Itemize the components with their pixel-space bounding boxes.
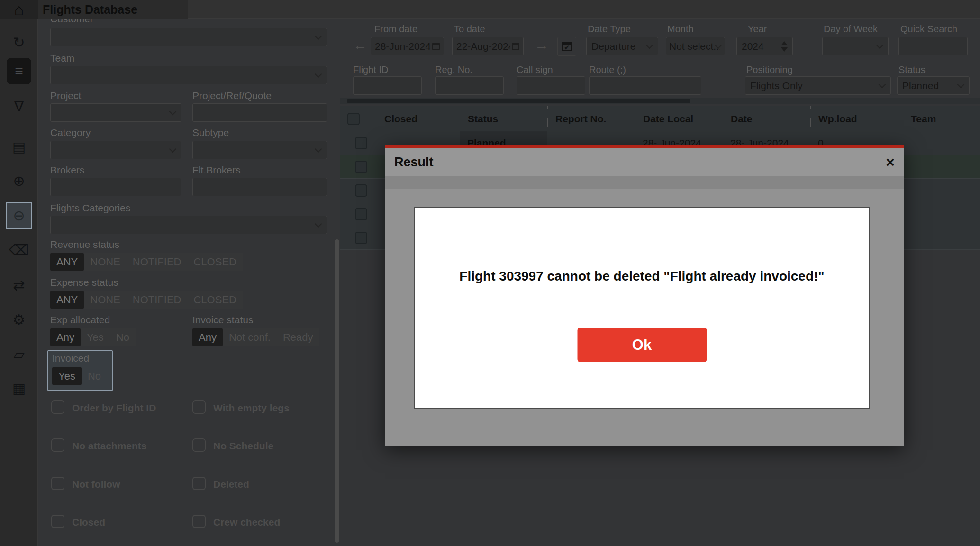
header-report-no[interactable]: Report No.	[547, 106, 635, 131]
sidebar-item-report[interactable]: ▤	[0, 134, 38, 160]
dialog-header: Result ×	[385, 148, 904, 176]
exp-allocated-any-button[interactable]: Any	[50, 328, 81, 346]
deleted-checkbox[interactable]	[192, 477, 206, 490]
with-empty-legs-checkbox[interactable]	[192, 400, 206, 414]
quick-search-input[interactable]	[898, 37, 968, 55]
invoice-notconf-button[interactable]: Not conf.	[223, 328, 277, 346]
header-wp-load[interactable]: Wp.load	[810, 106, 903, 131]
sidebar-item-refresh[interactable]: ↻	[0, 29, 38, 56]
day-of-week-select[interactable]	[822, 37, 889, 55]
chevron-down-icon	[169, 145, 177, 153]
sidebar-item-swap[interactable]: ⇄	[0, 272, 38, 299]
brokers-label: Brokers	[50, 164, 84, 176]
invoiced-yes-button[interactable]: Yes	[52, 367, 82, 385]
subtype-select[interactable]	[192, 141, 327, 159]
panel-scrollbar[interactable]	[335, 239, 339, 543]
sidebar-item-calendar[interactable]: ▦	[0, 375, 38, 402]
header-closed[interactable]: Closed	[377, 106, 460, 131]
tab-flights-database[interactable]: Flights Database	[38, 0, 188, 19]
no-attachments-checkbox[interactable]	[51, 438, 64, 452]
revenue-none-button[interactable]: NONE	[84, 253, 127, 271]
revenue-any-button[interactable]: ANY	[50, 253, 84, 271]
apply-dates-button[interactable]: ✔	[557, 37, 576, 56]
report-icon: ▤	[12, 140, 26, 154]
next-range-button[interactable]: →	[535, 38, 549, 52]
customer-select[interactable]	[50, 28, 327, 46]
gear-icon: ⚙	[13, 313, 26, 327]
expense-none-button[interactable]: NONE	[84, 291, 127, 309]
reg-no-input[interactable]	[435, 76, 504, 95]
month-label: Month	[667, 24, 694, 35]
route-input[interactable]	[589, 76, 701, 95]
order-by-flight-id-label: Order by Flight ID	[72, 402, 156, 414]
header-date-local[interactable]: Date Local	[635, 106, 723, 131]
close-icon[interactable]: ×	[886, 155, 895, 170]
call-sign-input[interactable]	[517, 76, 585, 95]
chevron-down-icon	[315, 145, 322, 153]
home-button[interactable]: ⌂	[0, 0, 38, 19]
prev-range-button[interactable]: ←	[353, 38, 367, 52]
year-input[interactable]: 2024	[736, 37, 793, 55]
revenue-notified-button[interactable]: NOTIFIED	[127, 253, 188, 271]
date-type-label: Date Type	[588, 24, 631, 35]
year-spinner[interactable]	[781, 41, 788, 52]
row-checkbox[interactable]	[355, 184, 367, 197]
sidebar-item-eraser[interactable]: ⌫	[0, 237, 38, 264]
revenue-status-segment: ANY NONE NOTIFIED CLOSED	[50, 253, 243, 271]
select-all-checkbox[interactable]	[347, 113, 360, 125]
flights-categories-select[interactable]	[50, 216, 327, 234]
brokers-input[interactable]	[50, 178, 181, 196]
flt-brokers-input[interactable]	[192, 178, 327, 196]
sidebar-item-filter[interactable]: ∇	[0, 93, 38, 120]
invoiced-no-button[interactable]: No	[82, 367, 107, 385]
expense-closed-button[interactable]: CLOSED	[187, 291, 242, 309]
sidebar-item-filters-active[interactable]: ≡	[7, 58, 31, 84]
invoice-status-segment: Any Not conf. Ready	[192, 328, 319, 346]
row-checkbox[interactable]	[355, 232, 367, 244]
team-select[interactable]	[50, 66, 327, 84]
closed-checkbox[interactable]	[51, 515, 64, 528]
order-by-flight-id-checkbox[interactable]	[51, 400, 64, 414]
revenue-closed-button[interactable]: CLOSED	[187, 253, 242, 271]
from-date-input[interactable]: 28-Jun-2024	[371, 37, 444, 55]
project-select[interactable]	[50, 103, 181, 122]
positioning-select[interactable]: Flights Only	[745, 76, 891, 95]
not-follow-checkbox[interactable]	[51, 477, 64, 490]
date-type-select[interactable]: Departure	[586, 37, 658, 55]
invoice-any-button[interactable]: Any	[192, 328, 223, 346]
no-schedule-checkbox[interactable]	[192, 438, 206, 452]
dialog-title: Result	[394, 155, 434, 170]
status-select[interactable]: Planned	[897, 76, 970, 95]
sliders-icon: ≡	[15, 64, 23, 78]
exp-allocated-no-button[interactable]: No	[110, 328, 136, 346]
header-team[interactable]: Team	[903, 106, 980, 131]
project-ref-input[interactable]	[192, 103, 327, 122]
sidebar-item-add[interactable]: ⊕	[0, 168, 38, 194]
row-checkbox[interactable]	[355, 208, 367, 220]
calendar-icon	[432, 43, 440, 50]
sidebar-item-remove-focused[interactable]: ⊖	[6, 202, 32, 229]
month-select[interactable]: Not select...	[666, 37, 725, 55]
expense-notified-button[interactable]: NOTIFIED	[127, 291, 188, 309]
flight-id-input[interactable]	[353, 76, 422, 95]
to-date-input[interactable]: 22-Aug-2024	[452, 37, 524, 55]
exp-allocated-segment: Any Yes No	[50, 328, 136, 346]
horizontal-scrollbar-thumb[interactable]	[347, 99, 690, 103]
subtype-label: Subtype	[192, 127, 229, 138]
exp-allocated-yes-button[interactable]: Yes	[81, 328, 110, 346]
row-checkbox[interactable]	[355, 161, 367, 173]
ok-button[interactable]: Ok	[577, 328, 707, 362]
sidebar-item-map[interactable]: ▱	[0, 341, 38, 368]
spinner-down-icon[interactable]	[781, 47, 788, 52]
header-date[interactable]: Date	[723, 106, 810, 131]
sidebar-item-settings[interactable]: ⚙	[0, 307, 38, 333]
crew-checked-checkbox[interactable]	[192, 515, 206, 528]
spinner-up-icon[interactable]	[781, 41, 788, 46]
exp-allocated-label: Exp allocated	[50, 314, 110, 326]
no-schedule-label: No Schedule	[213, 440, 273, 452]
expense-any-button[interactable]: ANY	[50, 291, 84, 309]
category-select[interactable]	[50, 141, 181, 159]
row-checkbox[interactable]	[355, 137, 367, 149]
invoice-ready-button[interactable]: Ready	[277, 328, 319, 346]
header-status[interactable]: Status	[460, 106, 547, 131]
